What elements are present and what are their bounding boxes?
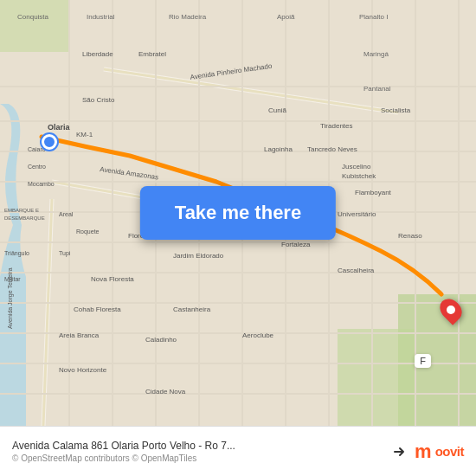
svg-text:Maringá: Maringá [363,50,389,58]
destination-marker [441,298,460,322]
attribution-text: © OpenStreetMap contributors © OpenMapTi… [12,453,383,463]
svg-text:Kubistchek: Kubistchek [342,172,376,180]
svg-text:KM-1: KM-1 [76,131,93,138]
map-area[interactable]: Conquista Industrial Rio Madeira Apoiã P… [0,0,476,426]
svg-text:Roquete: Roquete [76,228,100,235]
svg-text:Tupi: Tupi [59,250,71,257]
svg-text:Areal: Areal [59,211,74,217]
moovit-brand-text: oovit [435,444,464,459]
svg-text:Rio Madeira: Rio Madeira [169,13,207,21]
arrow-icon [383,436,415,467]
svg-text:EMBARQUE E: EMBARQUE E [4,208,39,213]
svg-text:Novo Horizonte: Novo Horizonte [59,366,107,374]
svg-text:Flamboyant: Flamboyant [355,189,392,196]
svg-text:Triângulo: Triângulo [4,250,29,257]
svg-text:Apoiã: Apoiã [277,13,295,21]
svg-text:Cidade Nova: Cidade Nova [145,388,186,396]
svg-text:Renaso: Renaso [398,232,422,240]
bottom-bar: Avenida Calama 861 Olaria Porto Velho - … [0,426,476,476]
take-me-there-button[interactable]: Take me there [140,186,336,240]
svg-text:Planalto I: Planalto I [359,13,388,21]
svg-text:Fortaleza: Fortaleza [281,241,311,248]
svg-text:Universitário: Universitário [338,210,376,218]
app-container: Conquista Industrial Rio Madeira Apoiã P… [0,0,476,476]
svg-text:DESEMBARQUE: DESEMBARQUE [4,215,45,221]
svg-text:Aeroclube: Aeroclube [242,331,274,339]
svg-text:Castanheira: Castanheira [173,306,211,313]
svg-text:Cohab Floresta: Cohab Floresta [74,306,121,313]
bottom-address-area: Avenida Calama 861 Olaria Porto Velho - … [12,440,383,463]
address-text: Avenida Calama 861 Olaria Porto Velho - … [12,440,383,452]
svg-text:Cuniã: Cuniã [268,106,286,114]
svg-rect-3 [338,329,415,426]
svg-rect-1 [0,0,69,52]
svg-text:Lagoinha: Lagoinha [264,145,293,153]
svg-text:Juscelino: Juscelino [342,163,371,170]
moovit-m-letter: m [415,441,432,463]
svg-text:Socialista: Socialista [381,106,411,114]
moovit-logo: m oovit [415,441,464,463]
svg-text:Areia Branca: Areia Branca [59,331,100,339]
svg-text:Conquista: Conquista [17,13,49,21]
svg-text:São Cristo: São Cristo [82,96,115,104]
svg-text:Mocambo: Mocambo [28,181,55,187]
svg-text:Liberdade: Liberdade [82,50,113,58]
svg-text:Tancredo Neves: Tancredo Neves [307,145,357,153]
svg-text:Industrial: Industrial [87,13,115,21]
svg-text:Avenida Jorge Teixeira: Avenida Jorge Teixeira [7,267,14,329]
svg-text:Cascalheira: Cascalheira [338,267,375,274]
svg-text:Olaria: Olaria [48,123,71,132]
svg-text:Embratel: Embratel [138,50,166,58]
svg-text:Nova Floresta: Nova Floresta [91,275,134,283]
blue-dot-icon [42,134,57,150]
svg-text:Centro: Centro [28,164,46,170]
svg-text:Tiradentes: Tiradentes [320,122,353,130]
origin-marker [42,134,57,150]
destination-short-label: F [415,354,431,368]
svg-text:Pantanal: Pantanal [363,85,391,93]
svg-text:Caladinho: Caladinho [145,336,177,344]
svg-text:Jardim Eldorado: Jardim Eldorado [173,252,224,260]
